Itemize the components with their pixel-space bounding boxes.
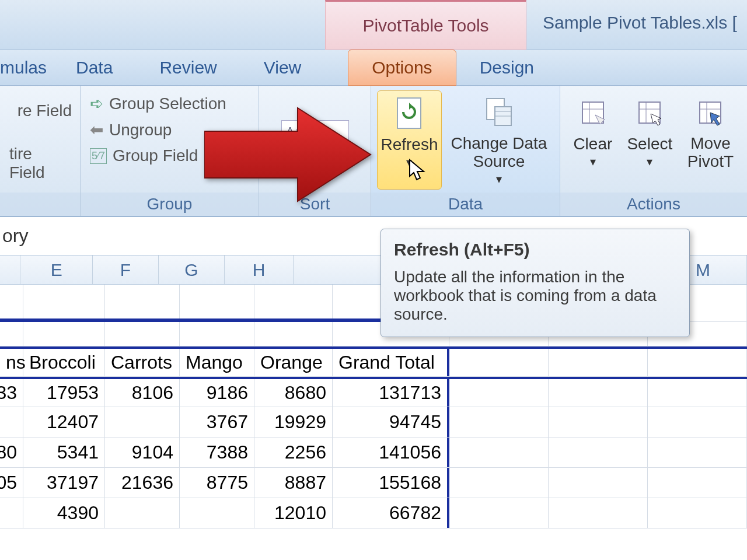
pivot-cell[interactable]: 7388 <box>180 438 254 467</box>
pivot-cell[interactable] <box>105 407 180 437</box>
pivot-cell[interactable]: 05 <box>0 468 23 498</box>
refresh-icon <box>392 96 427 131</box>
pivot-cell[interactable]: 21636 <box>105 468 180 498</box>
tab-design[interactable]: Design <box>456 50 557 86</box>
pivot-cell[interactable]: 80 <box>0 438 23 467</box>
tooltip-body: Update all the information in the workbo… <box>394 268 676 324</box>
ribbon: re Field tire Field ➪ Group Selection ⬅ … <box>0 86 747 217</box>
pivot-cell[interactable]: 2256 <box>254 438 333 467</box>
pivot-cell[interactable]: 33 <box>0 379 23 407</box>
group-label-active-field <box>0 192 80 216</box>
pivot-header: ns <box>0 349 23 376</box>
ungroup-button[interactable]: ⬅ Ungroup <box>86 117 175 143</box>
change-data-source-button[interactable]: Change Data Source ▾ <box>444 90 554 190</box>
pivot-cell[interactable] <box>105 498 180 528</box>
select-icon <box>632 95 667 130</box>
pivot-header-row: ns Broccoli Carrots Mango Orange Grand T… <box>0 346 747 377</box>
chevron-down-icon: ▾ <box>647 155 652 169</box>
col-header[interactable] <box>0 256 20 284</box>
pivot-cell[interactable]: 8680 <box>254 379 333 407</box>
pivot-data-row: 33 17953 8106 9186 8680 131713 <box>0 377 747 407</box>
change-data-source-label: Change Data Source <box>444 135 554 171</box>
pivot-cell[interactable] <box>180 498 254 528</box>
pivot-data-row: 80 5341 9104 7388 2256 141056 <box>0 438 747 468</box>
pivot-cell[interactable]: 17953 <box>23 379 105 407</box>
move-pivottable-button[interactable]: Move PivotT <box>680 90 741 190</box>
col-header-f[interactable]: F <box>93 256 159 284</box>
tooltip-refresh: Refresh (Alt+F5) Update all the informat… <box>381 229 690 337</box>
pivot-header: Grand Total <box>333 349 449 376</box>
pivot-data-row: 12407 3767 19929 94745 <box>0 407 747 438</box>
pivot-cell[interactable]: 94745 <box>333 407 449 437</box>
group-label-actions: Actions <box>560 192 747 216</box>
select-button[interactable]: Select ▾ <box>621 90 679 190</box>
group-data: Refresh ▾ Change Data Source ▾ Data <box>371 86 560 216</box>
pivot-header: Mango <box>180 349 254 376</box>
pivot-cell[interactable]: 141056 <box>333 438 449 467</box>
group-actions: Clear ▾ Select ▾ Move PivotT Actions <box>560 86 747 216</box>
formula-bar-text: ory <box>2 225 28 247</box>
chevron-down-icon: ▾ <box>496 172 502 186</box>
svg-rect-0 <box>397 98 421 128</box>
chevron-down-icon: ▾ <box>590 155 596 169</box>
pivot-header: Broccoli <box>23 349 105 376</box>
instruction-arrow-icon <box>204 105 374 204</box>
pivot-header: Orange <box>254 349 333 376</box>
pivot-cell[interactable]: 19929 <box>254 407 333 437</box>
pivot-cell[interactable]: 8106 <box>105 379 180 407</box>
move-icon <box>693 95 728 130</box>
group-active-field: re Field tire Field <box>0 86 81 216</box>
document-title: Sample Pivot Tables.xls [ <box>543 13 737 33</box>
ungroup-label: Ungroup <box>109 121 172 139</box>
arrow-left-icon: ⬅ <box>90 120 103 139</box>
titlebar: PivotTable Tools Sample Pivot Tables.xls… <box>0 0 747 50</box>
pivot-header: Carrots <box>105 349 180 376</box>
ribbon-tabstrip: mulas Data Review View Options Design <box>0 50 747 86</box>
pivot-cell[interactable]: 8887 <box>254 468 333 498</box>
tab-options[interactable]: Options <box>348 50 456 86</box>
svg-marker-16 <box>204 108 371 201</box>
group-field-button[interactable]: 5⁄7 Group Field <box>86 143 201 169</box>
data-source-icon <box>481 95 516 130</box>
group-field-label: Group Field <box>113 146 198 165</box>
pivot-cell[interactable]: 66782 <box>333 498 449 528</box>
group-label-data: Data <box>371 192 560 216</box>
tab-review[interactable]: Review <box>136 50 240 86</box>
clear-label: Clear <box>573 135 612 153</box>
tab-formulas[interactable]: mulas <box>0 50 53 86</box>
arrow-right-icon: ➪ <box>90 94 103 113</box>
pivot-cell[interactable]: 9104 <box>105 438 180 467</box>
expand-field-button[interactable]: re Field <box>14 98 75 124</box>
pivot-cell[interactable]: 131713 <box>333 379 449 407</box>
pivot-cell[interactable] <box>0 407 23 437</box>
refresh-label: Refresh <box>381 135 438 154</box>
clear-icon <box>575 95 610 130</box>
pivot-cell[interactable]: 12010 <box>254 498 333 528</box>
pivot-data-row: 05 37197 21636 8775 8887 155168 <box>0 468 747 498</box>
pivot-cell[interactable] <box>0 498 23 528</box>
move-label: Move PivotT <box>680 135 741 171</box>
svg-marker-17 <box>410 160 424 180</box>
pivot-cell[interactable]: 37197 <box>23 468 105 498</box>
pivot-cell[interactable]: 5341 <box>23 438 105 467</box>
col-header-e[interactable]: E <box>20 256 93 284</box>
clear-button[interactable]: Clear ▾ <box>566 90 620 190</box>
pivot-data-row: 4390 12010 66782 <box>0 498 747 528</box>
calendar-icon: 5⁄7 <box>90 148 107 164</box>
pivot-cell[interactable]: 3767 <box>180 407 254 437</box>
pivot-cell[interactable]: 155168 <box>333 468 449 498</box>
tab-data[interactable]: Data <box>53 50 136 86</box>
contextual-tab-pivottable-tools: PivotTable Tools <box>325 0 526 50</box>
tooltip-title: Refresh (Alt+F5) <box>394 240 676 260</box>
mouse-cursor-icon <box>409 159 427 182</box>
select-label: Select <box>627 135 672 153</box>
pivot-cell[interactable]: 9186 <box>180 379 254 407</box>
col-header-g[interactable]: G <box>159 256 225 284</box>
collapse-field-button[interactable]: tire Field <box>6 141 75 186</box>
pivot-cell[interactable]: 12407 <box>23 407 105 437</box>
tab-view[interactable]: View <box>240 50 324 86</box>
pivot-cell[interactable]: 8775 <box>180 468 254 498</box>
col-header-h[interactable]: H <box>225 256 294 284</box>
pivot-cell[interactable]: 4390 <box>23 498 105 528</box>
